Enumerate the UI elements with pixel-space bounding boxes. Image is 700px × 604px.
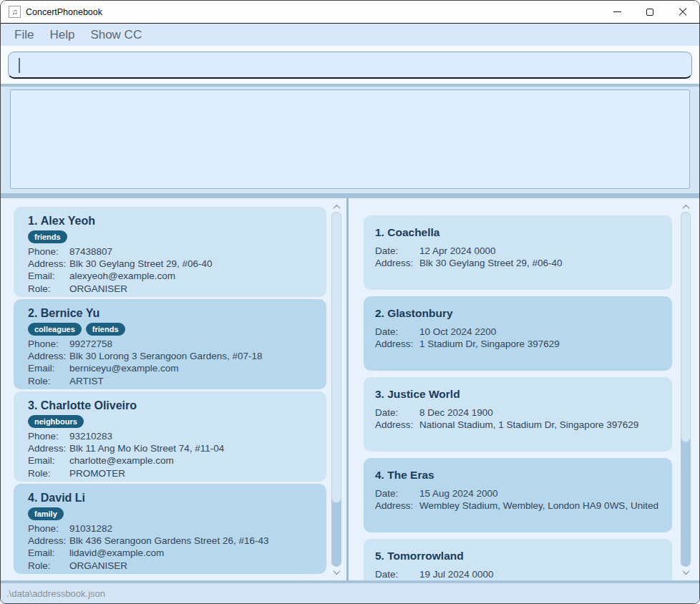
- email-row: Email:lidavid@example.com: [28, 547, 321, 559]
- titlebar: ♫ ConcertPhonebook: [1, 1, 699, 24]
- date-row: Date:10 Oct 2024 2200: [375, 326, 661, 338]
- date-row: Date:19 Jul 2024 0000: [375, 568, 661, 580]
- person-card[interactable]: 1. Alex Yeoh friends Phone:87438807 Addr…: [14, 207, 326, 297]
- text-caret: [19, 58, 20, 73]
- command-field: [8, 52, 692, 79]
- music-note-icon: ♫: [11, 8, 17, 16]
- address-row: Address:National Stadium, 1 Stadium Dr, …: [375, 419, 661, 431]
- concert-name: 1. Coachella: [375, 225, 661, 240]
- result-display[interactable]: [10, 89, 690, 189]
- scroll-down-button[interactable]: [331, 568, 341, 576]
- concert-list-scrollbar[interactable]: [681, 203, 691, 576]
- statusbar: .\data\addressbook.json: [1, 583, 699, 604]
- menu-file[interactable]: File: [6, 28, 42, 42]
- window-title: ConcertPhonebook: [26, 7, 601, 17]
- person-index: 3.: [28, 399, 37, 411]
- chevron-down-icon: [333, 568, 340, 575]
- tag-list: colleaguesfriends: [28, 322, 321, 335]
- menu-help[interactable]: Help: [42, 28, 82, 42]
- phone-row: Phone:91031282: [28, 522, 321, 535]
- concert-name: 3. Justice World: [375, 386, 661, 401]
- section-divider: [1, 193, 699, 198]
- menu-show-cc[interactable]: Show CC: [82, 28, 150, 42]
- minimize-button[interactable]: [601, 1, 633, 23]
- command-input[interactable]: [9, 52, 691, 77]
- chevron-up-icon: [333, 204, 340, 211]
- person-name: 2. Bernice Yu: [28, 306, 321, 321]
- tag-badge: neighbours: [28, 415, 84, 428]
- address-row: Address:Blk 30 Geylang Street 29, #06-40: [28, 258, 321, 270]
- person-name: 4. David Li: [28, 490, 321, 505]
- concert-name: 2. Glastonbury: [375, 306, 661, 321]
- email-row: Email:alexyeoh@example.com: [28, 270, 321, 282]
- concert-index: 5.: [375, 550, 384, 562]
- tag-badge: colleagues: [28, 323, 82, 336]
- tag-badge: family: [28, 507, 64, 520]
- person-list-panel: 1. Alex Yeoh friends Phone:87438807 Addr…: [6, 198, 345, 580]
- concert-card[interactable]: 2. Glastonbury Date:10 Oct 2024 2200 Add…: [364, 296, 672, 371]
- split-divider[interactable]: [346, 198, 349, 580]
- phone-row: Phone:93210283: [28, 430, 321, 442]
- command-section: [1, 46, 699, 84]
- address-row: Address:Blk 30 Geylang Street 29, #06-40: [375, 257, 661, 269]
- role-row: Role:ARTIST: [28, 375, 321, 387]
- person-card[interactable]: 4. David Li family Phone:91031282 Addres…: [14, 484, 326, 574]
- tag-badge: friends: [86, 323, 125, 336]
- scrollbar-track[interactable]: [681, 212, 691, 567]
- person-list-scrollbar[interactable]: [331, 203, 341, 576]
- close-icon: [679, 8, 687, 16]
- concert-index: 2.: [375, 307, 384, 319]
- scrollbar-track[interactable]: [331, 212, 341, 567]
- maximize-button[interactable]: [633, 1, 666, 23]
- person-index: 4.: [28, 492, 37, 504]
- chevron-down-icon: [682, 568, 689, 575]
- date-row: Date:12 Apr 2024 0000: [375, 245, 661, 257]
- address-row: Address:Blk 11 Ang Mo Kio Street 74, #11…: [28, 442, 321, 454]
- concert-card[interactable]: 1. Coachella Date:12 Apr 2024 0000 Addre…: [364, 215, 672, 290]
- concert-list-panel: 1. Coachella Date:12 Apr 2024 0000 Addre…: [352, 198, 695, 580]
- tag-badge: friends: [28, 230, 67, 243]
- person-name: 3. Charlotte Oliveiro: [28, 398, 321, 413]
- email-row: Email:charlotte@example.com: [28, 454, 321, 467]
- phone-row: Phone:87438807: [28, 245, 321, 258]
- email-row: Email:berniceyu@example.com: [28, 362, 321, 374]
- address-row: Address:1 Stadium Dr, Singapore 397629: [375, 338, 661, 350]
- window-controls: [601, 1, 699, 23]
- person-card[interactable]: 2. Bernice Yu colleaguesfriends Phone:99…: [14, 299, 326, 389]
- main-split: 1. Alex Yeoh friends Phone:87438807 Addr…: [1, 198, 699, 580]
- person-card[interactable]: 3. Charlotte Oliveiro neighbours Phone:9…: [14, 391, 326, 482]
- phone-row: Phone:99272758: [28, 338, 321, 350]
- chevron-up-icon: [682, 204, 689, 211]
- role-row: Role:ORGANISER: [28, 560, 321, 572]
- concert-card[interactable]: 5. Tomorrowland Date:19 Jul 2024 0000 Ad…: [364, 539, 672, 580]
- result-section: [1, 87, 699, 193]
- scroll-up-button[interactable]: [331, 203, 341, 211]
- person-index: 2.: [28, 307, 37, 319]
- concert-index: 4.: [375, 469, 384, 481]
- tag-list: neighbours: [28, 414, 321, 427]
- concert-name: 4. The Eras: [375, 467, 661, 482]
- concert-name: 5. Tomorrowland: [375, 548, 661, 563]
- date-row: Date:8 Dec 2024 1900: [375, 406, 661, 419]
- scrollbar-thumb[interactable]: [681, 212, 691, 442]
- close-button[interactable]: [666, 1, 699, 23]
- address-row: Address:Wembley Stadium, Wembley, London…: [375, 500, 661, 512]
- scroll-down-button[interactable]: [681, 568, 691, 576]
- concert-index: 3.: [375, 388, 384, 400]
- date-row: Date:15 Aug 2024 2000: [375, 487, 661, 500]
- tag-list: family: [28, 507, 321, 520]
- tag-list: friends: [28, 230, 321, 243]
- app-window: ♫ ConcertPhonebook File Help Show CC 1. …: [0, 0, 700, 604]
- concert-index: 1.: [375, 226, 384, 238]
- scrollbar-thumb[interactable]: [331, 212, 341, 503]
- concert-card[interactable]: 3. Justice World Date:8 Dec 2024 1900 Ad…: [364, 377, 672, 452]
- app-icon: ♫: [9, 6, 21, 18]
- concert-card[interactable]: 4. The Eras Date:15 Aug 2024 2000 Addres…: [364, 458, 672, 532]
- scroll-up-button[interactable]: [681, 203, 691, 211]
- person-name: 1. Alex Yeoh: [28, 213, 321, 228]
- address-row: Address:Blk 436 Serangoon Gardens Street…: [28, 535, 321, 547]
- minimize-icon: [613, 11, 621, 12]
- role-row: Role:PROMOTER: [28, 467, 321, 479]
- address-row: Address:Blk 30 Lorong 3 Serangoon Garden…: [28, 350, 321, 362]
- maximize-icon: [646, 9, 653, 16]
